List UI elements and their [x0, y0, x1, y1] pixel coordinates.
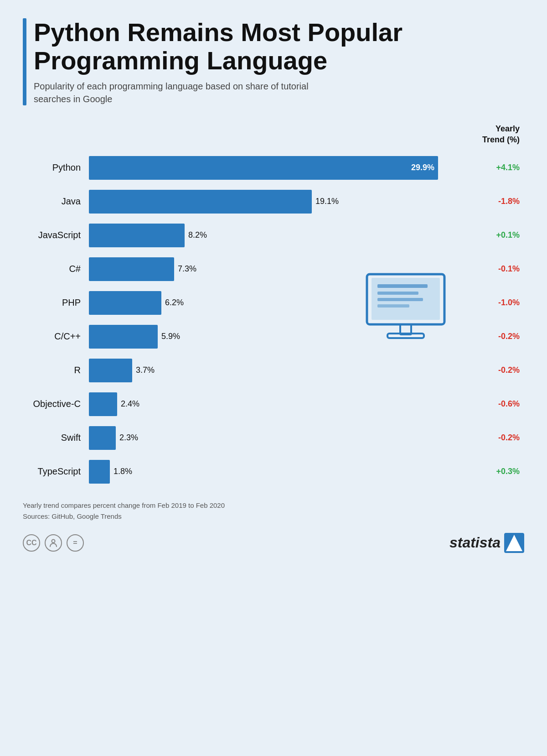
- bar: [89, 325, 158, 349]
- bar-row: R3.7%-0.2%: [23, 359, 524, 382]
- page-title: Python Remains Most Popular Programming …: [34, 18, 524, 74]
- bar-container: 3.7%: [89, 359, 465, 382]
- trend-text: -1.8%: [498, 197, 520, 206]
- bar-row: Objective-C2.4%-0.6%: [23, 392, 524, 416]
- trend-text: -0.6%: [498, 399, 520, 409]
- lang-label: JavaScript: [23, 230, 89, 240]
- bar-value-label: 8.2%: [188, 230, 207, 240]
- bar-row: JavaScript8.2%+0.1%: [23, 224, 524, 247]
- lang-label: R: [23, 365, 89, 375]
- bar: [89, 460, 110, 484]
- svg-rect-13: [377, 292, 418, 295]
- cc-icon-cc: CC: [23, 534, 40, 552]
- bar-container: 1.8%: [89, 460, 465, 484]
- trend-text: +4.1%: [496, 163, 520, 172]
- bar: [89, 257, 174, 281]
- bar-row: Swift2.3%-0.2%: [23, 426, 524, 450]
- trend-text: -0.2%: [498, 365, 520, 375]
- trend-text: -0.2%: [498, 332, 520, 341]
- lang-label: PHP: [23, 297, 89, 308]
- bar-value-label: 29.9%: [411, 163, 434, 172]
- cc-icon-equal: =: [67, 534, 84, 552]
- bar-value-label: 1.8%: [114, 467, 132, 476]
- lang-label: TypeScript: [23, 466, 89, 477]
- title-block: Python Remains Most Popular Programming …: [34, 18, 524, 105]
- bar-container: 29.9%: [89, 156, 465, 180]
- bar-row: Python29.9%+4.1%: [23, 156, 524, 180]
- bar-row: TypeScript1.8%+0.3%: [23, 460, 524, 484]
- trend-value: -0.2%: [465, 365, 524, 375]
- trend-value: -0.1%: [465, 264, 524, 274]
- bar: [89, 359, 132, 382]
- trend-value: +4.1%: [465, 163, 524, 172]
- bar: [89, 224, 185, 247]
- svg-rect-15: [377, 304, 409, 308]
- footer-line1: Yearly trend compares percent change fro…: [23, 500, 524, 511]
- footer-notes: Yearly trend compares percent change fro…: [23, 500, 524, 522]
- trend-value: +0.1%: [465, 230, 524, 240]
- bar: [89, 426, 116, 450]
- trend-text: -0.2%: [498, 433, 520, 443]
- chart-area: YearlyTrend (%) Python29.9%+4.1%Java19.1…: [23, 124, 524, 484]
- svg-point-18: [52, 539, 55, 542]
- bar-value-label: 2.4%: [121, 399, 139, 409]
- bar-value-label: 19.1%: [315, 197, 339, 206]
- trend-value: +0.3%: [465, 467, 524, 476]
- trend-text: +0.1%: [496, 230, 520, 240]
- trend-value: -0.2%: [465, 332, 524, 341]
- trend-value: -1.0%: [465, 298, 524, 308]
- accent-bar: [23, 18, 26, 105]
- trend-value: -1.8%: [465, 197, 524, 206]
- svg-rect-12: [377, 284, 428, 288]
- svg-rect-14: [377, 298, 423, 301]
- header: Python Remains Most Popular Programming …: [23, 18, 524, 105]
- bar-container: 19.1%: [89, 190, 465, 214]
- bar: [89, 291, 161, 315]
- lang-label: C#: [23, 264, 89, 274]
- bar: 29.9%: [89, 156, 438, 180]
- page-container: Python Remains Most Popular Programming …: [23, 18, 524, 553]
- lang-label: Objective-C: [23, 399, 89, 409]
- bar-value-label: 2.3%: [119, 433, 138, 443]
- bar: [89, 190, 312, 214]
- statista-icon: [504, 533, 524, 553]
- bar-container: 2.4%: [89, 392, 465, 416]
- bar-value-label: 7.3%: [178, 264, 196, 274]
- bar-value-label: 5.9%: [161, 332, 180, 341]
- subtitle: Popularity of each programming language …: [34, 80, 344, 105]
- cc-icon-person: [45, 534, 62, 552]
- statista-text: statista: [449, 534, 501, 551]
- trend-text: -0.1%: [498, 264, 520, 274]
- lang-label: Java: [23, 196, 89, 207]
- bar-row: Java19.1%-1.8%: [23, 190, 524, 214]
- cc-icons: CC =: [23, 534, 84, 552]
- lang-label: Python: [23, 162, 89, 173]
- trend-text: -1.0%: [498, 298, 520, 308]
- statista-logo: statista: [449, 533, 524, 553]
- trend-value: -0.2%: [465, 433, 524, 443]
- yearly-trend-header: YearlyTrend (%): [482, 124, 524, 145]
- bar-value-label: 6.2%: [165, 298, 184, 308]
- lang-label: Swift: [23, 433, 89, 443]
- bar-value-label: 3.7%: [136, 365, 155, 375]
- svg-rect-17: [387, 334, 424, 338]
- lang-label: C/C++: [23, 331, 89, 342]
- bar-container: 8.2%: [89, 224, 465, 247]
- footer-line2: Sources: GitHub, Google Trends: [23, 511, 524, 522]
- bar: [89, 392, 117, 416]
- footer-bottom: CC = statista: [23, 533, 524, 553]
- bar-container: 2.3%: [89, 426, 465, 450]
- trend-text: +0.3%: [496, 467, 520, 476]
- computer-illustration: [360, 270, 451, 343]
- trend-value: -0.6%: [465, 399, 524, 409]
